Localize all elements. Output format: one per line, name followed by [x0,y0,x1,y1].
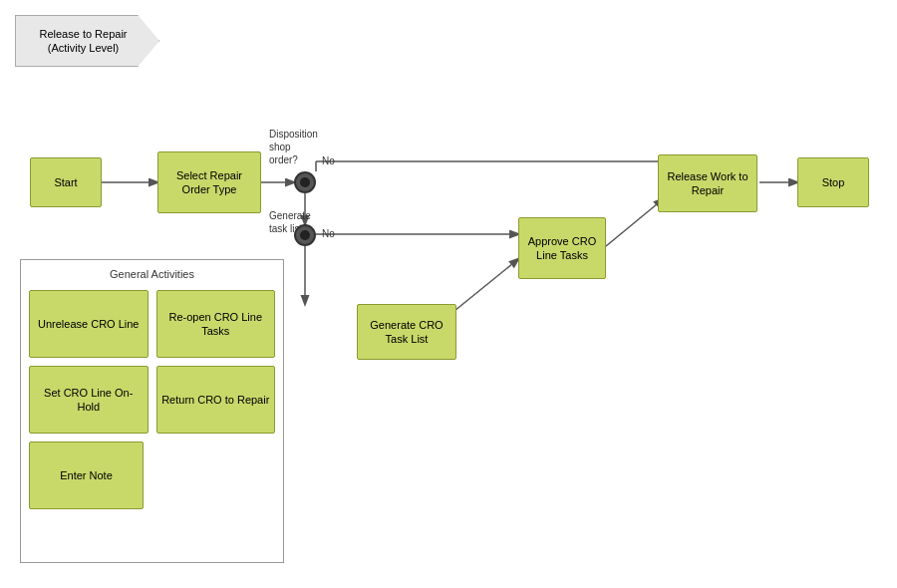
svg-line-10 [606,199,663,246]
start-box[interactable]: Start [30,157,102,207]
reopen-cro-box[interactable]: Re-open CRO Line Tasks [156,290,276,358]
header-arrow: Release to Repair(Activity Level) [15,15,159,67]
generate-cro-box[interactable]: Generate CRO Task List [357,304,456,360]
enter-note-label: Enter Note [60,468,113,482]
enter-note-box[interactable]: Enter Note [29,441,144,509]
approve-cro-label: Approve CRO Line Tasks [523,234,601,263]
start-label: Start [54,175,77,189]
disposition-label: Dispositionshoporder? [269,128,318,166]
general-grid-single: Enter Note [29,441,275,509]
unrelease-cro-box[interactable]: Unrelease CRO Line [29,290,149,358]
stop-box[interactable]: Stop [797,157,869,207]
set-cro-label: Set CRO Line On-Hold [34,386,144,415]
general-grid: Unrelease CRO Line Re-open CRO Line Task… [29,290,275,434]
release-work-label: Release Work to Repair [663,169,752,198]
no-label-2: No [322,227,335,240]
general-activities-box: General Activities Unrelease CRO Line Re… [20,259,284,563]
stop-label: Stop [822,175,845,189]
release-work-box[interactable]: Release Work to Repair [658,154,757,212]
generate-cro-label: Generate CRO Task List [362,318,451,347]
reopen-cro-label: Re-open CRO Line Tasks [161,310,271,339]
diagram-container: Release to Repair(Activity Level) Sta [0,0,897,588]
general-activities-title: General Activities [29,268,275,280]
select-repair-label: Select Repair Order Type [162,168,256,197]
header-title: Release to Repair(Activity Level) [39,27,127,56]
decision-node-1 [294,171,316,193]
decision-node-2 [294,224,316,246]
set-cro-box[interactable]: Set CRO Line On-Hold [29,366,149,434]
no-label-1: No [322,154,335,167]
approve-cro-box[interactable]: Approve CRO Line Tasks [518,217,606,279]
return-cro-box[interactable]: Return CRO to Repair [156,366,276,434]
return-cro-label: Return CRO to Repair [161,393,269,407]
select-repair-box[interactable]: Select Repair Order Type [157,151,261,213]
unrelease-cro-label: Unrelease CRO Line [38,317,140,331]
